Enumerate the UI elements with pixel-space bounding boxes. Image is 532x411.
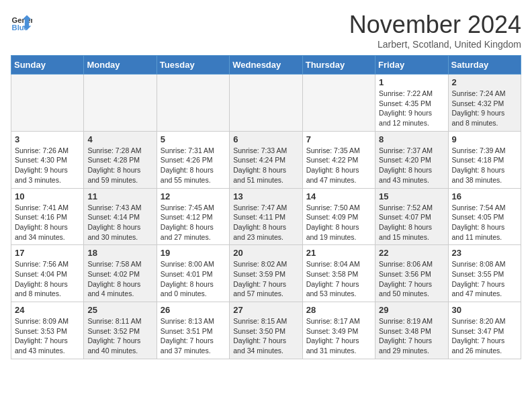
column-header-thursday: Thursday [302,56,375,75]
day-info: Sunrise: 7:47 AM Sunset: 4:11 PM Dayligh… [233,203,298,242]
day-cell: 28Sunrise: 8:17 AM Sunset: 3:49 PM Dayli… [302,302,375,359]
day-cell [157,75,229,132]
day-number: 25 [87,305,152,315]
day-cell: 20Sunrise: 8:02 AM Sunset: 3:59 PM Dayli… [230,245,302,302]
day-number: 11 [87,191,152,201]
week-row-1: 1Sunrise: 7:22 AM Sunset: 4:35 PM Daylig… [11,75,521,132]
day-cell: 3Sunrise: 7:26 AM Sunset: 4:30 PM Daylig… [11,131,84,188]
day-info: Sunrise: 8:20 AM Sunset: 3:47 PM Dayligh… [452,316,517,356]
day-cell: 30Sunrise: 8:20 AM Sunset: 3:47 PM Dayli… [448,302,521,359]
title-block: November 2024 Larbert, Scotland, United … [349,11,521,50]
column-header-monday: Monday [84,56,157,75]
day-cell: 5Sunrise: 7:31 AM Sunset: 4:26 PM Daylig… [157,131,229,188]
header-row: SundayMondayTuesdayWednesdayThursdayFrid… [11,56,521,75]
day-info: Sunrise: 7:56 AM Sunset: 4:04 PM Dayligh… [15,259,80,299]
day-info: Sunrise: 7:35 AM Sunset: 4:22 PM Dayligh… [306,146,371,185]
day-number: 30 [452,305,517,315]
day-cell: 24Sunrise: 8:09 AM Sunset: 3:53 PM Dayli… [11,302,84,359]
day-info: Sunrise: 7:37 AM Sunset: 4:20 PM Dayligh… [379,146,444,185]
day-info: Sunrise: 8:04 AM Sunset: 3:58 PM Dayligh… [306,259,371,299]
day-cell: 18Sunrise: 7:58 AM Sunset: 4:02 PM Dayli… [84,245,157,302]
day-info: Sunrise: 8:13 AM Sunset: 3:51 PM Dayligh… [161,316,226,356]
day-cell: 8Sunrise: 7:37 AM Sunset: 4:20 PM Daylig… [375,131,448,188]
day-info: Sunrise: 8:11 AM Sunset: 3:52 PM Dayligh… [87,316,152,356]
day-cell: 10Sunrise: 7:41 AM Sunset: 4:16 PM Dayli… [11,188,84,245]
day-info: Sunrise: 7:24 AM Sunset: 4:32 PM Dayligh… [452,89,517,128]
day-info: Sunrise: 7:54 AM Sunset: 4:05 PM Dayligh… [452,203,517,242]
day-cell: 11Sunrise: 7:43 AM Sunset: 4:14 PM Dayli… [84,188,157,245]
day-number: 9 [452,134,517,144]
svg-text:General: General [12,16,32,24]
day-cell: 12Sunrise: 7:45 AM Sunset: 4:12 PM Dayli… [157,188,229,245]
calendar-table: SundayMondayTuesdayWednesdayThursdayFrid… [11,55,521,359]
page-header: General Blue November 2024 Larbert, Scot… [11,11,521,50]
day-info: Sunrise: 7:50 AM Sunset: 4:09 PM Dayligh… [306,203,371,242]
day-info: Sunrise: 7:26 AM Sunset: 4:30 PM Dayligh… [15,146,80,185]
day-info: Sunrise: 7:58 AM Sunset: 4:02 PM Dayligh… [87,259,152,299]
day-cell: 1Sunrise: 7:22 AM Sunset: 4:35 PM Daylig… [375,75,448,132]
day-number: 19 [161,248,226,258]
day-info: Sunrise: 7:43 AM Sunset: 4:14 PM Dayligh… [87,203,152,242]
day-cell [84,75,157,132]
day-number: 3 [15,134,80,144]
week-row-4: 17Sunrise: 7:56 AM Sunset: 4:04 PM Dayli… [11,245,521,302]
day-number: 5 [161,134,226,144]
day-cell: 13Sunrise: 7:47 AM Sunset: 4:11 PM Dayli… [230,188,302,245]
day-number: 6 [233,134,298,144]
day-number: 24 [15,305,80,315]
day-number: 16 [452,191,517,201]
day-number: 22 [379,248,444,258]
day-info: Sunrise: 8:19 AM Sunset: 3:48 PM Dayligh… [379,316,444,356]
day-number: 17 [15,248,80,258]
day-cell: 19Sunrise: 8:00 AM Sunset: 4:01 PM Dayli… [157,245,229,302]
month-title: November 2024 [349,11,521,39]
column-header-saturday: Saturday [448,56,521,75]
day-info: Sunrise: 7:28 AM Sunset: 4:28 PM Dayligh… [87,146,152,185]
logo-icon: General Blue [11,11,32,32]
day-cell: 16Sunrise: 7:54 AM Sunset: 4:05 PM Dayli… [448,188,521,245]
day-number: 4 [87,134,152,144]
day-info: Sunrise: 7:39 AM Sunset: 4:18 PM Dayligh… [452,146,517,185]
day-cell: 27Sunrise: 8:15 AM Sunset: 3:50 PM Dayli… [230,302,302,359]
week-row-3: 10Sunrise: 7:41 AM Sunset: 4:16 PM Dayli… [11,188,521,245]
column-header-tuesday: Tuesday [157,56,229,75]
day-number: 14 [306,191,371,201]
location: Larbert, Scotland, United Kingdom [349,39,521,50]
logo: General Blue [11,11,32,32]
day-cell: 14Sunrise: 7:50 AM Sunset: 4:09 PM Dayli… [302,188,375,245]
day-info: Sunrise: 7:22 AM Sunset: 4:35 PM Dayligh… [379,89,444,128]
day-info: Sunrise: 7:45 AM Sunset: 4:12 PM Dayligh… [161,203,226,242]
day-cell [302,75,375,132]
day-number: 15 [379,191,444,201]
day-cell [11,75,84,132]
day-cell: 22Sunrise: 8:06 AM Sunset: 3:56 PM Dayli… [375,245,448,302]
column-header-friday: Friday [375,56,448,75]
week-row-2: 3Sunrise: 7:26 AM Sunset: 4:30 PM Daylig… [11,131,521,188]
day-number: 29 [379,305,444,315]
day-info: Sunrise: 8:06 AM Sunset: 3:56 PM Dayligh… [379,259,444,299]
column-header-sunday: Sunday [11,56,84,75]
day-info: Sunrise: 8:08 AM Sunset: 3:55 PM Dayligh… [452,259,517,299]
day-cell [230,75,302,132]
day-cell: 6Sunrise: 7:33 AM Sunset: 4:24 PM Daylig… [230,131,302,188]
day-number: 2 [452,77,517,87]
day-cell: 29Sunrise: 8:19 AM Sunset: 3:48 PM Dayli… [375,302,448,359]
week-row-5: 24Sunrise: 8:09 AM Sunset: 3:53 PM Dayli… [11,302,521,359]
day-cell: 15Sunrise: 7:52 AM Sunset: 4:07 PM Dayli… [375,188,448,245]
day-number: 13 [233,191,298,201]
day-info: Sunrise: 7:33 AM Sunset: 4:24 PM Dayligh… [233,146,298,185]
day-number: 8 [379,134,444,144]
day-number: 27 [233,305,298,315]
day-info: Sunrise: 8:02 AM Sunset: 3:59 PM Dayligh… [233,259,298,299]
day-info: Sunrise: 8:15 AM Sunset: 3:50 PM Dayligh… [233,316,298,356]
day-info: Sunrise: 8:17 AM Sunset: 3:49 PM Dayligh… [306,316,371,356]
column-header-wednesday: Wednesday [230,56,302,75]
day-number: 28 [306,305,371,315]
day-cell: 2Sunrise: 7:24 AM Sunset: 4:32 PM Daylig… [448,75,521,132]
day-number: 18 [87,248,152,258]
day-number: 10 [15,191,80,201]
day-info: Sunrise: 7:31 AM Sunset: 4:26 PM Dayligh… [161,146,226,185]
day-number: 1 [379,77,444,87]
day-cell: 7Sunrise: 7:35 AM Sunset: 4:22 PM Daylig… [302,131,375,188]
day-number: 23 [452,248,517,258]
